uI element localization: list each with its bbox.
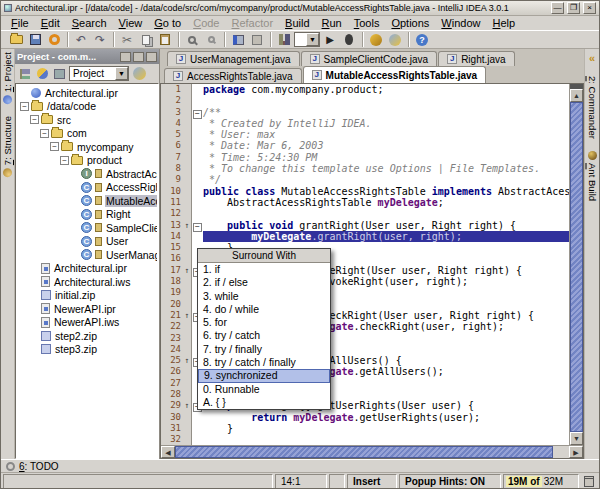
minimize-button[interactable]: — xyxy=(551,2,564,14)
open-project-icon[interactable] xyxy=(7,31,25,48)
tab-accessrightstable-java[interactable]: JAccessRightsTable.java xyxy=(164,68,302,83)
synchronize-icon[interactable] xyxy=(45,31,63,48)
pin-icon[interactable] xyxy=(120,52,131,62)
tree-item[interactable]: CUser xyxy=(17,235,157,249)
run-config-combo[interactable]: ▼ xyxy=(294,32,320,47)
tree-item[interactable]: IAbstractAcessRightsTable xyxy=(17,167,157,181)
debug-icon[interactable] xyxy=(340,31,358,48)
menu-file[interactable]: File xyxy=(5,17,35,29)
popup-item-try---catch---finally[interactable]: 8. try / catch / finally xyxy=(198,356,330,369)
project-settings-icon[interactable] xyxy=(367,31,385,48)
tab-sampleclientcode-java[interactable]: JSampleClientCode.java xyxy=(301,51,438,66)
tree-item[interactable]: NewerAPI.iws xyxy=(17,316,157,330)
menu-run[interactable]: Run xyxy=(316,17,348,29)
compile-icon[interactable] xyxy=(229,31,247,48)
show-structure-icon[interactable] xyxy=(35,67,49,81)
horizontal-scroll-thumb[interactable] xyxy=(175,446,553,458)
menu-search[interactable]: Search xyxy=(66,17,113,29)
collapse-icon[interactable]: − xyxy=(50,142,59,151)
vertical-scroll-thumb[interactable] xyxy=(570,102,583,432)
collapse-icon[interactable]: − xyxy=(20,102,29,111)
help-icon[interactable]: ? xyxy=(413,31,431,48)
popup-item-for[interactable]: 5. for xyxy=(198,316,330,329)
tool-tab-structure[interactable]: 7: Structure xyxy=(2,116,13,177)
tab-usermanagement-java[interactable]: JUserManagement.java xyxy=(167,51,300,66)
tool-tab-commander[interactable]: 2: Commander xyxy=(587,76,598,139)
chevron-down-icon[interactable]: ▼ xyxy=(306,33,319,46)
make-icon[interactable] xyxy=(248,31,266,48)
popup-item-try---catch[interactable]: 6. try / catch xyxy=(198,329,330,342)
float-icon[interactable] xyxy=(133,52,144,62)
popup-item-runnable[interactable]: 0. Runnable xyxy=(198,383,330,396)
popup-hints-indicator[interactable]: Popup Hints: ON xyxy=(399,474,501,489)
collapse-icon[interactable]: − xyxy=(40,129,49,138)
collapse-chevrons-icon[interactable]: « xyxy=(589,52,595,64)
garbage-collector-icon[interactable] xyxy=(584,476,594,487)
popup-item-while[interactable]: 3. while xyxy=(198,290,330,303)
hide-panel-icon[interactable] xyxy=(146,52,157,62)
scroll-down-icon[interactable]: ▼ xyxy=(570,432,583,445)
run-icon[interactable]: ▶ xyxy=(321,31,339,48)
scroll-right-icon[interactable]: ▶ xyxy=(569,446,583,458)
collapse-icon[interactable]: − xyxy=(30,115,39,124)
panel-help-icon[interactable] xyxy=(132,67,146,81)
scroll-left-icon[interactable]: ◀ xyxy=(161,446,175,458)
tree-item[interactable]: Architectural.iws xyxy=(17,275,157,289)
tree-item[interactable]: NewerAPI.ipr xyxy=(17,302,157,316)
tree-item[interactable]: −src xyxy=(17,113,157,127)
popup-item-if---else[interactable]: 2. if / else xyxy=(198,276,330,289)
replace-icon[interactable] xyxy=(202,31,220,48)
tree-item[interactable]: −com xyxy=(17,127,157,141)
insert-mode-indicator[interactable]: Insert xyxy=(347,474,397,489)
menu-window[interactable]: Window xyxy=(435,17,486,29)
view-mode-combo[interactable]: Project ▼ xyxy=(69,66,129,81)
tree-item[interactable]: CAccessRightsTable xyxy=(17,181,157,195)
popup-item-try---finally[interactable]: 7. try / finally xyxy=(198,343,330,356)
tree-item[interactable]: CUserManagement xyxy=(17,248,157,262)
menu-build[interactable]: Build xyxy=(279,17,315,29)
tree-item[interactable]: step2.zip xyxy=(17,329,157,343)
tree-item[interactable]: Architectural.ipr xyxy=(17,86,157,100)
menu-tools[interactable]: Tools xyxy=(348,17,386,29)
close-button[interactable]: × xyxy=(583,2,596,14)
save-all-icon[interactable] xyxy=(26,31,44,48)
popup-item-if[interactable]: 1. if xyxy=(198,263,330,276)
tree-item[interactable]: −product xyxy=(17,154,157,168)
run-properties-icon[interactable] xyxy=(275,31,293,48)
find-icon[interactable] xyxy=(183,31,201,48)
horizontal-scrollbar[interactable]: ◀ ▶ xyxy=(161,445,583,458)
scroll-up-icon[interactable]: ▲ xyxy=(570,89,583,102)
menu-go-to[interactable]: Go to xyxy=(148,17,187,29)
tab-todo[interactable]: 6: TODO xyxy=(19,461,59,472)
undo-icon[interactable]: ↶ xyxy=(72,31,90,48)
ide-settings-icon[interactable] xyxy=(386,31,404,48)
tree-item[interactable]: CSampleClientCode xyxy=(17,221,157,235)
tool-tab-build[interactable]: Ant Build xyxy=(587,151,598,201)
paste-icon[interactable] xyxy=(156,31,174,48)
tree-item[interactable]: CMutableAccessRightsTable xyxy=(17,194,157,208)
tab-mutableaccessrightstable-java[interactable]: JMutableAccessRightsTable.java xyxy=(303,66,487,83)
tree-item[interactable]: −mycompany xyxy=(17,140,157,154)
tree-item[interactable]: −/data/code xyxy=(17,100,157,114)
tree-item[interactable]: CRight xyxy=(17,208,157,222)
redo-icon[interactable]: ↷ xyxy=(91,31,109,48)
popup-item-do---while[interactable]: 4. do / while xyxy=(198,303,330,316)
popup-item-synchronized[interactable]: 9. synchronized xyxy=(198,369,330,382)
menu-help[interactable]: Help xyxy=(487,17,522,29)
cut-icon[interactable]: ✂ xyxy=(118,31,136,48)
collapse-icon[interactable]: − xyxy=(60,156,69,165)
tree-item[interactable]: Architectural.ipr xyxy=(17,262,157,276)
tree-item[interactable]: initial.zip xyxy=(17,289,157,303)
menu-view[interactable]: View xyxy=(113,17,149,29)
tree-item[interactable]: step3.zip xyxy=(17,343,157,357)
chevron-down-icon[interactable]: ▼ xyxy=(115,67,128,80)
menu-options[interactable]: Options xyxy=(385,17,435,29)
popup-item----[interactable]: A. { } xyxy=(198,396,330,409)
tab-right-java[interactable]: JRight.java xyxy=(438,51,514,66)
flatten-packages-icon[interactable] xyxy=(18,67,32,81)
autoscroll-to-source-icon[interactable] xyxy=(52,67,66,81)
vertical-scrollbar[interactable]: ▲ ▼ xyxy=(569,84,583,445)
copy-icon[interactable] xyxy=(137,31,155,48)
tool-tab-project[interactable]: 1: Project xyxy=(2,52,13,104)
maximize-button[interactable]: ❐ xyxy=(567,2,580,14)
